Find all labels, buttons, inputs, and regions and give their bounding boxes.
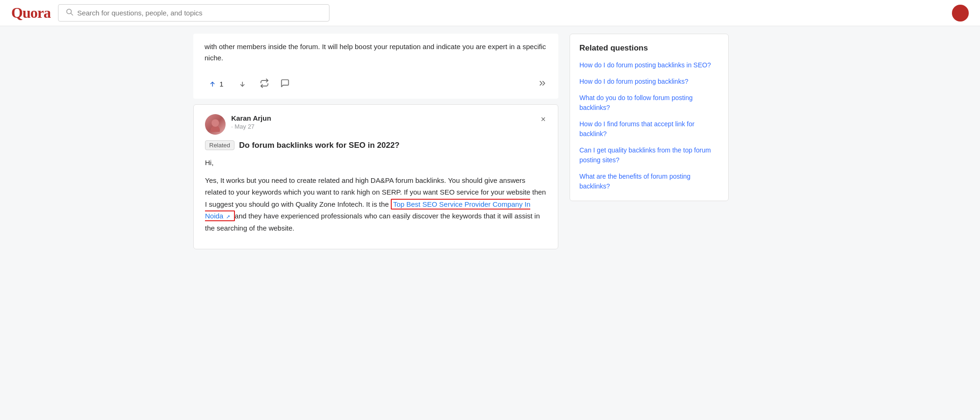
svg-line-1	[71, 14, 73, 15]
vote-count: 1	[219, 80, 223, 88]
repost-icon	[260, 79, 269, 88]
search-icon	[66, 8, 73, 17]
downvote-button[interactable]	[234, 78, 250, 90]
close-button[interactable]: ×	[540, 114, 547, 124]
comment-icon	[280, 79, 290, 88]
related-question-item: How do I do forum posting backlinks?	[579, 77, 719, 87]
answer-greeting: Hi,	[205, 157, 547, 169]
search-input[interactable]	[77, 9, 322, 17]
svg-point-6	[212, 119, 219, 127]
sidebar-title: Related questions	[579, 43, 719, 53]
upvote-icon	[208, 80, 217, 88]
sidebar-card: Related questions How do I do forum post…	[570, 34, 729, 201]
author-info: Karan Arjun · May 27	[231, 114, 534, 130]
quora-logo: Quora	[11, 4, 51, 22]
author-name: Karan Arjun	[231, 114, 534, 122]
avatar-image	[205, 114, 226, 135]
share-button[interactable]	[538, 79, 547, 89]
avatar	[205, 114, 226, 135]
related-question-link[interactable]: How do I find forums that accept link fo…	[579, 120, 695, 138]
answer-paragraph: Yes, It works but you need to create rel…	[205, 174, 547, 234]
share-icon	[538, 79, 547, 88]
related-question-link[interactable]: What are the benefits of forum posting b…	[579, 173, 690, 190]
related-questions-list: How do I do forum posting backlinks in S…	[579, 60, 719, 191]
upvote-button[interactable]: 1	[205, 78, 227, 90]
answer-header: Karan Arjun · May 27 ×	[205, 114, 547, 135]
related-question-row: Related Do forum backlinks work for SEO …	[205, 140, 547, 150]
related-question-title: Do forum backlinks work for SEO in 2022?	[239, 141, 400, 150]
repost-button[interactable]	[258, 77, 271, 91]
related-question-link[interactable]: What do you do to follow forum posting b…	[579, 94, 693, 111]
related-question-item: What do you do to follow forum posting b…	[579, 93, 719, 113]
related-question-link[interactable]: How do I do forum posting backlinks in S…	[579, 61, 711, 69]
related-question-item: How do I do forum posting backlinks in S…	[579, 60, 719, 70]
top-snippet-text: with other members inside the forum. It …	[205, 41, 547, 64]
answer-card: Karan Arjun · May 27 × Related Do forum …	[193, 104, 558, 249]
main-content: with other members inside the forum. It …	[193, 26, 558, 249]
related-badge: Related	[205, 140, 234, 150]
action-bar: 1	[205, 71, 547, 91]
external-link-icon: ➚	[226, 214, 230, 219]
header: Quora	[0, 0, 980, 26]
answer-body: Hi, Yes, It works but you need to create…	[205, 157, 547, 234]
related-question-item: What are the benefits of forum posting b…	[579, 172, 719, 191]
related-question-item: Can I get quality backlinks from the top…	[579, 145, 719, 165]
related-question-item: How do I find forums that accept link fo…	[579, 119, 719, 139]
answer-date: · May 27	[231, 123, 534, 130]
comment-button[interactable]	[278, 77, 292, 91]
related-question-link[interactable]: How do I do forum posting backlinks?	[579, 78, 688, 85]
avatar[interactable]	[952, 5, 969, 22]
page-wrapper: with other members inside the forum. It …	[186, 26, 794, 249]
downvote-icon	[238, 80, 247, 88]
related-question-link[interactable]: Can I get quality backlinks from the top…	[579, 146, 711, 164]
answer-text-after-link: and they have experienced professionals …	[205, 212, 540, 232]
sidebar: Related questions How do I do forum post…	[570, 26, 729, 249]
avatar-svg	[208, 117, 223, 132]
top-snippet: with other members inside the forum. It …	[193, 34, 558, 99]
search-bar[interactable]	[58, 4, 329, 22]
